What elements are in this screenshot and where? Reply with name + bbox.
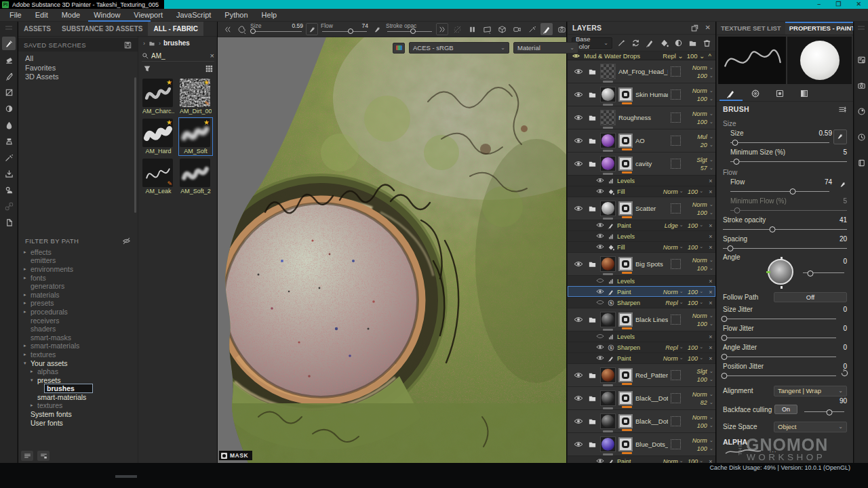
- slider-knob[interactable]: [721, 354, 727, 360]
- visibility-eye-icon[interactable]: [574, 205, 585, 213]
- close-panel-icon[interactable]: ✕: [705, 24, 711, 33]
- tool-button[interactable]: [2, 134, 16, 148]
- tree-item[interactable]: smart-materials: [18, 342, 138, 350]
- breadcrumb-folder-icon[interactable]: [148, 40, 156, 47]
- angle-dial[interactable]: [768, 259, 793, 285]
- param-value[interactable]: 0.59: [819, 129, 832, 138]
- tree-item[interactable]: procedurals: [18, 308, 138, 317]
- panel-grip[interactable]: [858, 26, 865, 27]
- layer-row[interactable]: cavity Slgt⌄ 57⌄: [568, 152, 715, 175]
- visibility-eye-icon[interactable]: [574, 114, 585, 122]
- tree-item[interactable]: smart-materials: [18, 393, 138, 402]
- visibility-eye-icon[interactable]: [574, 394, 585, 403]
- visibility-eye-icon[interactable]: [574, 316, 585, 324]
- popout-panel-icon[interactable]: [690, 24, 699, 33]
- layer-opacity-select[interactable]: 100⌄: [684, 321, 713, 327]
- layer-opacity-select[interactable]: 100⌄: [684, 265, 713, 272]
- flow-pen-pressure-icon[interactable]: [371, 23, 383, 35]
- slider-knob[interactable]: [770, 226, 776, 232]
- tree-item[interactable]: Your assets: [18, 359, 138, 367]
- angle-slider[interactable]: [803, 270, 844, 277]
- pen-pressure-button[interactable]: [833, 129, 847, 144]
- layer-effect-row[interactable]: Fill Norm⌄ 100⌄ ×: [568, 241, 715, 252]
- menu-item[interactable]: Window: [87, 11, 127, 19]
- param-slider[interactable]: [723, 334, 836, 342]
- menu-item[interactable]: Python: [218, 11, 254, 19]
- dock-panel-icon[interactable]: [856, 80, 867, 92]
- blend-mode-select[interactable]: Mul⌄: [684, 134, 713, 140]
- hide-filter-icon[interactable]: [122, 237, 131, 245]
- tool-button[interactable]: [2, 199, 16, 213]
- assets-panel-tab[interactable]: SUBSTANCE 3D ASSETS ×: [56, 22, 148, 36]
- layer-effect-row[interactable]: Fill Norm⌄ 100⌄ ×: [568, 186, 715, 197]
- brush-shape-icon[interactable]: [235, 23, 248, 35]
- dock-panel-icon[interactable]: [856, 106, 867, 117]
- tool-button[interactable]: [2, 183, 16, 197]
- saved-search-item[interactable]: Favorites: [25, 64, 138, 73]
- effect-visibility-eye-icon[interactable]: [596, 188, 605, 195]
- layer-effect-row[interactable]: Paint Norm⌄ 100⌄ ×: [568, 455, 715, 463]
- param-value[interactable]: 0: [843, 325, 847, 333]
- randomize-icon[interactable]: [841, 369, 848, 378]
- brush-asset[interactable]: ★ ✎ AM_Charc...: [142, 79, 174, 115]
- delete-effect-button[interactable]: ×: [706, 178, 715, 184]
- layer-opacity-select[interactable]: 100⌄: [684, 209, 713, 216]
- tree-item[interactable]: presets: [18, 375, 138, 384]
- brush-preset-menu-icon[interactable]: [838, 105, 847, 114]
- properties-panel-tab[interactable]: PROPERTIES - PAINT ×: [785, 22, 853, 35]
- layer-row[interactable]: Black Lines Norm⌄ 100⌄: [568, 308, 715, 331]
- delete-effect-button[interactable]: ×: [706, 233, 715, 240]
- slider-knob[interactable]: [732, 140, 738, 146]
- brush-asset[interactable]: ★ ✎ AM_Soft: [180, 119, 212, 155]
- slider-knob[interactable]: [789, 188, 795, 195]
- model-render-frog-eye[interactable]: MASK: [218, 37, 566, 463]
- param-slider[interactable]: [730, 158, 847, 165]
- tool-button[interactable]: [2, 167, 16, 180]
- panel-grip[interactable]: [5, 26, 12, 27]
- delete-effect-button[interactable]: ×: [706, 244, 715, 251]
- blend-mode-select[interactable]: Norm⌄: [684, 414, 713, 421]
- layer-mask-thumbnail[interactable]: [618, 134, 633, 148]
- layer-thumbnail[interactable]: [600, 156, 616, 171]
- layer-mask-thumbnail[interactable]: [618, 312, 633, 327]
- expand-toolbar-icon[interactable]: [436, 23, 448, 35]
- menu-item[interactable]: Mode: [55, 11, 87, 19]
- layer-opacity-select[interactable]: 57⌄: [684, 165, 713, 171]
- colorspace-dropdown[interactable]: ACES - sRGB⌄: [409, 42, 509, 54]
- layer-thumbnail[interactable]: [600, 201, 616, 216]
- param-slider[interactable]: [723, 315, 836, 323]
- asset-search-field[interactable]: AM_ ×: [142, 50, 214, 62]
- layer-thumbnail[interactable]: [600, 436, 616, 452]
- visibility-eye-icon[interactable]: [574, 260, 585, 268]
- saved-search-item[interactable]: 3D Assets: [25, 73, 138, 82]
- layer-row[interactable]: Black__Dots Norm⌄ 100⌄: [568, 410, 715, 432]
- param-slider[interactable]: [723, 353, 836, 361]
- effect-blend-select[interactable]: Repl⌄ 100⌄: [665, 300, 703, 306]
- param-value[interactable]: 20: [840, 235, 847, 244]
- effect-blend-select[interactable]: Repl⌄ 100⌄: [665, 344, 703, 351]
- saved-search-item[interactable]: All: [25, 54, 138, 64]
- param-value[interactable]: 5: [843, 148, 847, 157]
- blend-mode-select[interactable]: Norm⌄: [684, 437, 713, 444]
- layer-row-clipped[interactable]: Mud & Water Drops Repl ⌄ 100 ⌄ ^: [568, 52, 715, 60]
- layer-row[interactable]: Skin HumanBump Norm⌄ 100⌄: [568, 83, 715, 106]
- stroke-slider-knob[interactable]: [410, 28, 416, 34]
- maximize-button[interactable]: ❐: [835, 0, 841, 9]
- tree-item[interactable]: smart-masks: [18, 333, 138, 342]
- layer-opacity-select[interactable]: 100⌄: [684, 376, 713, 383]
- effect-blend-select[interactable]: Norm⌄ 100⌄: [663, 355, 703, 362]
- delete-effect-button[interactable]: ×: [706, 344, 715, 351]
- slider-knob[interactable]: [733, 159, 739, 165]
- alignment-dropdown[interactable]: Tangent | Wrap⌄: [774, 386, 847, 396]
- tree-item[interactable]: System fonts: [18, 410, 138, 419]
- close-button[interactable]: ✕: [856, 0, 861, 9]
- param-value[interactable]: 0: [843, 306, 847, 314]
- param-slider[interactable]: [723, 226, 847, 233]
- layer-thumbnail[interactable]: [600, 87, 616, 102]
- backface-angle-slider[interactable]: [804, 409, 844, 415]
- breadcrumb-current[interactable]: brushes: [163, 39, 190, 47]
- tool-button[interactable]: [2, 102, 16, 115]
- blend-mode-select[interactable]: Norm⌄: [684, 110, 713, 117]
- brush-asset[interactable]: ★ ✎ AM_Hard: [142, 119, 174, 155]
- tree-item[interactable]: textures: [18, 350, 138, 359]
